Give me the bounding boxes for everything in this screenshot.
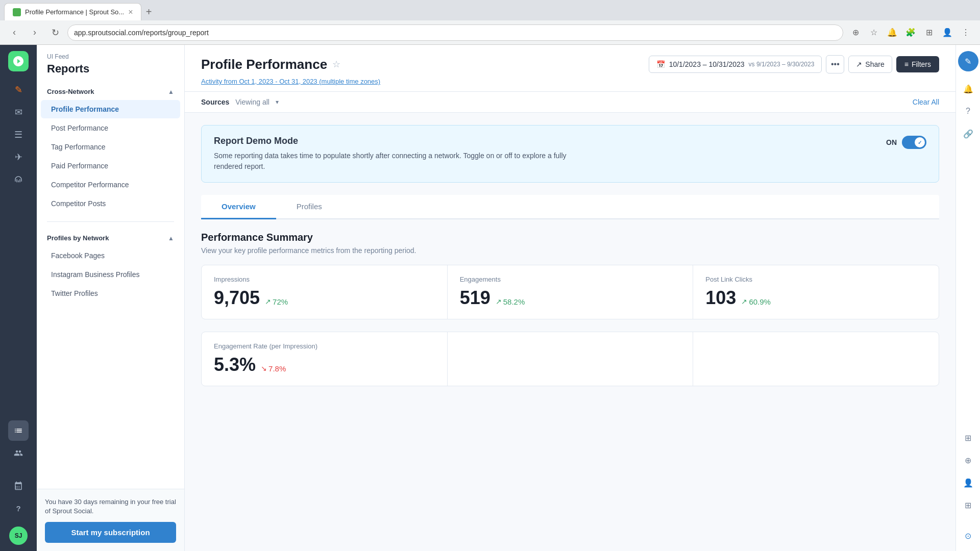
impressions-value-row: 9,705 ↗ 72% [214,287,435,309]
right-panel-table-btn[interactable]: ⊞ [959,496,977,514]
engagements-value: 519 [460,287,491,309]
metric-card-impressions: Impressions 9,705 ↗ 72% [202,265,447,319]
sidebar-people-icon[interactable] [8,443,29,463]
nav-item-profile-performance[interactable]: Profile Performance [41,100,180,118]
demo-banner-content: Report Demo Mode Some reporting data tak… [214,136,571,172]
sidebar-inbox-icon[interactable]: ✉ [8,102,29,122]
profiles-chevron: ▲ [168,235,174,242]
sources-label: Sources [201,98,229,106]
demo-toggle-label: ON [886,138,897,146]
tabs-bar: Overview Profiles [201,195,939,219]
engagement-rate-change: ↘ 7.8% [261,364,286,373]
notification-btn[interactable]: 🔔 [884,24,900,41]
subscribe-btn[interactable]: Start my subscription [45,522,176,543]
date-vs-text: vs 9/1/2023 – 9/30/2023 [749,61,815,68]
tab-favicon [13,8,21,16]
back-btn[interactable]: ‹ [6,24,22,41]
right-panel-link-btn[interactable]: 🔗 [959,124,977,143]
nav-item-paid-performance[interactable]: Paid Performance [41,157,180,175]
right-panel-plus-btn[interactable]: ⊕ [959,451,977,469]
cross-network-label: Cross-Network [47,88,94,95]
forward-btn[interactable]: › [27,24,43,41]
performance-summary-desc: View your key profile performance metric… [201,246,939,255]
right-panel-notification-btn[interactable]: 🔔 [959,80,977,98]
sidebar-campaigns-icon[interactable]: ✈ [8,147,29,167]
right-panel-grid-btn[interactable]: ⊞ [959,429,977,447]
post-link-clicks-value-row: 103 ↗ 60.9% [705,287,926,309]
nav-item-instagram-profiles[interactable]: Instagram Business Profiles [41,265,180,284]
refresh-btn[interactable]: ↻ [47,24,63,41]
right-panel-edit-btn[interactable]: ✎ [958,51,978,71]
demo-toggle-switch[interactable]: ✓ [902,136,926,149]
sidebar-tasks-icon[interactable]: ☰ [8,124,29,145]
sidebar-calendar-icon[interactable] [8,475,29,496]
page-title-row: Profile Performance ☆ [201,57,340,72]
engagement-rate-value-row: 5.3% ↘ 7.8% [214,354,435,375]
address-bar[interactable]: app.sproutsocial.com/reports/group_repor… [67,24,843,41]
filters-btn[interactable]: ≡ Filters [896,56,939,72]
clear-all-btn[interactable]: Clear All [913,98,939,106]
engagement-rate-label: Engagement Rate (per Impression) [214,342,435,350]
profiles-by-network-label: Profiles by Network [47,234,109,242]
nav-item-competitor-performance[interactable]: Competitor Performance [41,176,180,194]
right-panel-help-btn[interactable]: ? [959,102,977,120]
date-range-text: 10/1/2023 – 10/31/2023 [669,60,745,68]
content-header: Profile Performance ☆ 📅 10/1/2023 – 10/3… [185,45,955,92]
sidebar-analytics-icon[interactable] [8,420,29,441]
bookmark-btn[interactable]: ☆ [866,24,882,41]
browser-tab[interactable]: Profile Performance | Sprout So... × [4,3,141,20]
date-range-btn[interactable]: 📅 10/1/2023 – 10/31/2023 vs 9/1/2023 – 9… [649,56,822,73]
sources-value: Viewing all [235,98,270,106]
nav-item-twitter-profiles[interactable]: Twitter Profiles [41,284,180,303]
extensions-btn[interactable]: ⊕ [847,24,864,41]
sources-chevron[interactable]: ▾ [276,98,279,106]
post-link-clicks-value: 103 [705,287,736,309]
nav-sidebar: UI Feed Reports Cross-Network ▲ Profile … [37,45,185,551]
page-title: Profile Performance [201,57,327,72]
star-btn[interactable]: ☆ [332,59,340,70]
profile-btn[interactable]: 👤 [939,24,955,41]
post-link-clicks-change: ↗ 60.9% [741,297,771,306]
tab-profiles[interactable]: Profiles [276,195,342,219]
engagements-arrow: ↗ [496,297,502,306]
cross-network-section[interactable]: Cross-Network ▲ [37,84,184,99]
performance-summary-section: Performance Summary View your key profil… [201,232,939,386]
tab-overview[interactable]: Overview [201,195,276,219]
toggle-knob: ✓ [915,137,925,147]
puzzle-btn[interactable]: 🧩 [902,24,919,41]
activity-text: Activity from Oct 1, 2023 - Oct 31, 2023… [201,78,939,85]
profiles-by-network-section[interactable]: Profiles by Network ▲ [37,230,184,246]
layout-btn[interactable]: ⊞ [921,24,937,41]
multiple-timezones-link[interactable]: multiple [322,78,345,85]
header-actions: 📅 10/1/2023 – 10/31/2023 vs 9/1/2023 – 9… [649,55,939,73]
nav-item-competitor-posts[interactable]: Competitor Posts [41,194,180,213]
metrics-grid: Impressions 9,705 ↗ 72% Engagem [201,265,939,319]
app-logo[interactable] [8,51,29,71]
nav-breadcrumb: UI Feed [47,53,174,60]
right-panel-user-plus-btn[interactable]: 👤 [959,473,977,492]
engagement-rate-value: 5.3% [214,354,256,375]
user-avatar[interactable]: SJ [9,527,28,545]
sidebar-help-icon[interactable]: ? [8,498,29,518]
sidebar-compose-icon[interactable]: ✎ [8,80,29,100]
nav-item-post-performance[interactable]: Post Performance [41,119,180,137]
demo-banner-desc: Some reporting data takes time to popula… [214,151,571,172]
engagements-label: Engagements [460,276,681,283]
engagements-value-row: 519 ↗ 58.2% [460,287,681,309]
metric-card-empty-2 [693,332,939,386]
more-options-btn[interactable]: ••• [826,55,844,73]
metric-card-engagements: Engagements 519 ↗ 58.2% [448,265,693,319]
menu-btn[interactable]: ⋮ [958,24,974,41]
tab-close-btn[interactable]: × [128,8,133,17]
nav-item-facebook-pages[interactable]: Facebook Pages [41,246,180,265]
new-tab-btn[interactable]: + [141,3,156,20]
filter-icon: ≡ [904,60,909,68]
share-btn[interactable]: ↗ Share [848,56,892,73]
right-panel-help-circle-btn[interactable]: ⊙ [959,527,977,545]
nav-divider [47,221,174,222]
nav-item-tag-performance[interactable]: Tag Performance [41,138,180,156]
icon-sidebar: ✎ ✉ ☰ ✈ ? SJ [0,45,37,551]
metric-card-empty-1 [448,332,693,386]
demo-banner: Report Demo Mode Some reporting data tak… [201,125,939,183]
sidebar-listening-icon[interactable] [8,169,29,190]
